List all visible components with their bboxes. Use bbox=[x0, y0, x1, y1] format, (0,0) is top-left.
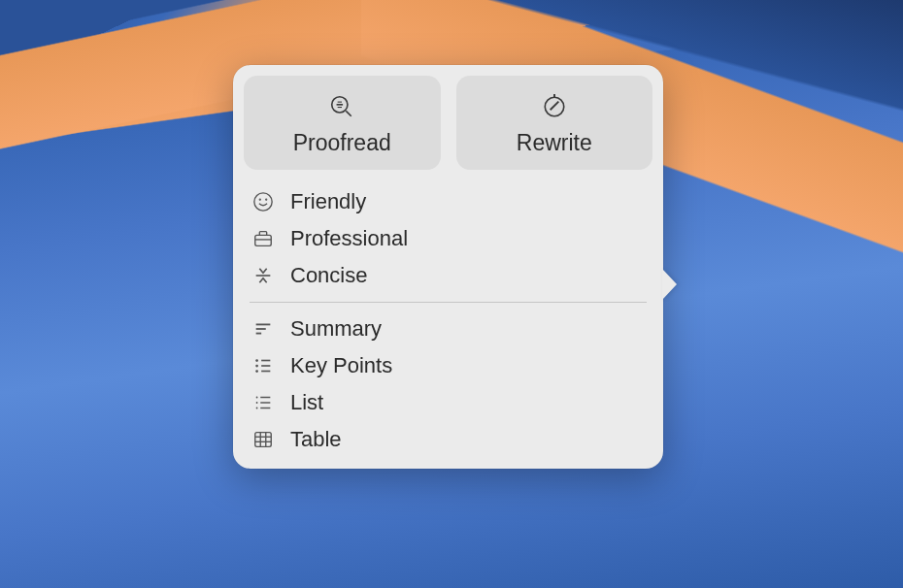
menu-label: Concise bbox=[290, 263, 367, 288]
menu-item-friendly[interactable]: Friendly bbox=[244, 183, 652, 220]
svg-line-7 bbox=[550, 102, 558, 111]
svg-line-1 bbox=[347, 111, 351, 115]
rewrite-button[interactable]: Rewrite bbox=[456, 76, 653, 170]
table-icon bbox=[251, 428, 275, 451]
briefcase-icon bbox=[251, 227, 275, 250]
menu-label: List bbox=[290, 390, 323, 415]
format-section: Summary Key Points bbox=[244, 310, 652, 458]
rewrite-label: Rewrite bbox=[517, 130, 592, 156]
menu-item-concise[interactable]: Concise bbox=[244, 257, 652, 294]
popover-arrow bbox=[662, 269, 677, 300]
svg-point-23 bbox=[256, 397, 258, 399]
compress-icon bbox=[251, 264, 275, 287]
svg-point-10 bbox=[266, 199, 267, 200]
svg-point-8 bbox=[254, 193, 272, 211]
menu-label: Professional bbox=[290, 226, 408, 251]
bullets-icon bbox=[251, 354, 275, 377]
proofread-button[interactable]: Proofread bbox=[244, 76, 441, 170]
svg-rect-11 bbox=[255, 235, 272, 245]
svg-point-17 bbox=[255, 359, 258, 362]
svg-rect-29 bbox=[255, 433, 272, 447]
svg-point-19 bbox=[255, 365, 258, 368]
menu-item-professional[interactable]: Professional bbox=[244, 220, 652, 257]
menu-label: Summary bbox=[290, 316, 382, 342]
summary-icon bbox=[251, 317, 275, 341]
writing-tools-popover: Proofread Rewrite bbox=[233, 65, 663, 469]
style-section: Friendly Professional Concise bbox=[244, 183, 652, 294]
proofread-label: Proofread bbox=[293, 130, 391, 156]
svg-point-21 bbox=[255, 370, 258, 373]
smile-icon bbox=[251, 190, 275, 213]
magnify-check-icon bbox=[328, 93, 355, 120]
menu-item-keypoints[interactable]: Key Points bbox=[244, 347, 652, 384]
menu-label: Friendly bbox=[290, 189, 366, 214]
action-button-row: Proofread Rewrite bbox=[244, 76, 652, 170]
svg-point-27 bbox=[256, 408, 258, 409]
list-icon bbox=[251, 391, 275, 414]
menu-label: Table bbox=[290, 427, 342, 452]
svg-point-25 bbox=[256, 402, 258, 404]
rewrite-icon bbox=[541, 93, 568, 120]
menu-item-summary[interactable]: Summary bbox=[244, 310, 652, 347]
svg-point-9 bbox=[259, 199, 260, 200]
menu-item-list[interactable]: List bbox=[244, 384, 652, 421]
menu-item-table[interactable]: Table bbox=[244, 421, 652, 458]
menu-label: Key Points bbox=[290, 353, 392, 378]
section-divider bbox=[250, 302, 647, 303]
